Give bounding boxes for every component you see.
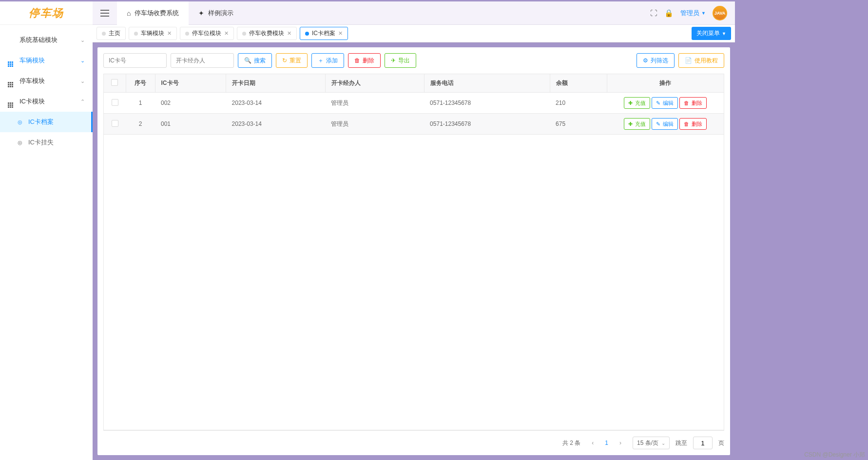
- row-checkbox[interactable]: [112, 99, 118, 106]
- column-filter-button[interactable]: ⚙ 列筛选: [637, 53, 675, 68]
- lock-button[interactable]: 🔒: [664, 9, 674, 18]
- col-action: 操作: [607, 74, 724, 93]
- close-icon[interactable]: ✕: [224, 30, 229, 37]
- plus-circle-icon: ✚: [628, 121, 633, 127]
- trash-icon: 🗑: [354, 58, 360, 63]
- search-icon: 🔍: [244, 58, 251, 63]
- tab-label: 停车收费模块: [249, 29, 284, 38]
- row-delete-button[interactable]: 🗑 删除: [679, 97, 707, 109]
- watermark: CSDN @Designer 小郑: [804, 451, 865, 459]
- doc-icon: 📄: [685, 58, 692, 63]
- operator-input[interactable]: [171, 53, 234, 68]
- plus-circle-icon: ✚: [628, 100, 633, 106]
- sidebar-item-vehicle[interactable]: 车辆模块 ⌄: [0, 50, 93, 71]
- close-icon[interactable]: ✕: [287, 30, 291, 37]
- col-balance: 余额: [550, 74, 607, 93]
- next-page-button[interactable]: ›: [614, 437, 627, 449]
- tab-home[interactable]: 主页: [96, 27, 126, 40]
- close-icon[interactable]: ✕: [338, 30, 343, 37]
- toolbar-right: ⚙ 列筛选 📄 使用教程: [637, 53, 724, 68]
- tab-label: 车辆模块: [141, 29, 164, 38]
- tab-dot-icon: [102, 32, 106, 36]
- avatar[interactable]: JAVA: [713, 6, 727, 20]
- target-icon: ◎: [18, 119, 24, 125]
- cell-balance: 675: [550, 114, 607, 135]
- pagination: 共 2 条 ‹ 1 › 15 条/页 ⌄ 跳至 页: [103, 431, 724, 449]
- tab-vehicle[interactable]: 车辆模块 ✕: [129, 27, 177, 40]
- checkbox-all[interactable]: [111, 79, 118, 86]
- trash-icon: 🗑: [684, 121, 689, 127]
- col-operator: 开卡经办人: [325, 74, 424, 93]
- delete-button[interactable]: 🗑 删除: [348, 53, 381, 68]
- tab-iccard-archive[interactable]: IC卡档案 ✕: [300, 27, 348, 40]
- check-icon: [8, 37, 15, 43]
- card-no-input[interactable]: [103, 53, 167, 68]
- search-button[interactable]: 🔍 搜索: [238, 53, 272, 68]
- button-label: 使用教程: [694, 58, 718, 63]
- col-checkbox: [104, 74, 126, 93]
- table-wrap: 序号 IC卡号 开卡日期 开卡经办人 服务电话 余额 操作 1 002 2023…: [103, 74, 724, 431]
- send-icon: ✈: [391, 58, 396, 63]
- add-button[interactable]: ＋ 添加: [311, 53, 344, 68]
- table-header-row: 序号 IC卡号 开卡日期 开卡经办人 服务电话 余额 操作: [104, 74, 724, 93]
- header-right: ⛶ 🔒 管理员 ▼ JAVA: [650, 6, 735, 20]
- table-row: 1 002 2023-03-14 管理员 0571-12345678 210 ✚…: [104, 93, 724, 114]
- button-label: 重置: [289, 58, 301, 63]
- recharge-button[interactable]: ✚ 充值: [624, 97, 650, 109]
- page-size-label: 15 条/页: [637, 439, 658, 447]
- prev-page-button[interactable]: ‹: [586, 437, 599, 449]
- close-menu-button[interactable]: 关闭菜单 ▼: [692, 27, 731, 40]
- fullscreen-button[interactable]: ⛶: [650, 9, 657, 17]
- caret-down-icon: ▼: [701, 11, 706, 16]
- export-button[interactable]: ✈ 导出: [385, 53, 416, 68]
- target-icon: ◎: [18, 140, 24, 146]
- data-table: 序号 IC卡号 开卡日期 开卡经办人 服务电话 余额 操作 1 002 2023…: [104, 74, 724, 135]
- sidebar-item-system[interactable]: 系统基础模块 ⌄: [0, 30, 93, 50]
- header-tab-label: 停车场收费系统: [135, 9, 179, 18]
- tab-parkingspot[interactable]: 停车位模块 ✕: [180, 27, 234, 40]
- panel: 🔍 搜索 ↻ 重置 ＋ 添加 🗑 删除: [97, 47, 730, 455]
- submenu-item-iccard-archive[interactable]: ◎ IC卡档案: [0, 112, 93, 132]
- tab-label: 停车位模块: [192, 29, 221, 38]
- trash-icon: 🗑: [684, 100, 689, 106]
- sidebar-item-iccard[interactable]: IC卡模块 ⌃: [0, 91, 93, 112]
- sidebar: 停车场 系统基础模块 ⌄ 车辆模块 ⌄ 停车模块 ⌄ IC卡模块 ⌃: [0, 0, 93, 460]
- user-menu[interactable]: 管理员 ▼: [680, 9, 706, 18]
- col-seq: 序号: [126, 74, 155, 93]
- tutorial-button[interactable]: 📄 使用教程: [678, 53, 724, 68]
- jump-input[interactable]: [693, 437, 713, 449]
- page-size-select[interactable]: 15 条/页 ⌄: [633, 437, 670, 449]
- chevron-down-icon: ⌄: [80, 78, 85, 84]
- row-delete-button[interactable]: 🗑 删除: [679, 118, 707, 130]
- recharge-button[interactable]: ✚ 充值: [624, 118, 650, 130]
- tab-parkingfee[interactable]: 停车收费模块 ✕: [237, 27, 297, 40]
- close-icon[interactable]: ✕: [167, 30, 172, 37]
- submenu-item-iccard-lost[interactable]: ◎ IC卡挂失: [0, 132, 93, 153]
- submenu-item-label: IC卡挂失: [28, 138, 54, 147]
- main: ⌂ 停车场收费系统 ✦ 样例演示 ⛶ 🔒 管理员 ▼ JAVA: [93, 0, 735, 460]
- current-page[interactable]: 1: [605, 440, 608, 446]
- edit-button[interactable]: ✎ 编辑: [652, 118, 678, 130]
- tab-dot-icon: [134, 32, 138, 36]
- menu-toggle-button[interactable]: [93, 1, 117, 25]
- header-tab-demo[interactable]: ✦ 样例演示: [189, 1, 243, 25]
- header-tab-system[interactable]: ⌂ 停车场收费系统: [117, 1, 189, 25]
- button-label: 列筛选: [651, 58, 668, 63]
- chevron-up-icon: ⌃: [80, 99, 85, 105]
- table-row: 2 001 2023-03-14 管理员 0571-12345678 675 ✚…: [104, 114, 724, 135]
- edit-icon: ✎: [656, 100, 660, 106]
- total-count: 共 2 条: [562, 439, 580, 447]
- edit-button[interactable]: ✎ 编辑: [652, 97, 678, 109]
- cell-balance: 210: [550, 93, 607, 114]
- sidebar-item-parking[interactable]: 停车模块 ⌄: [0, 71, 93, 91]
- reset-button[interactable]: ↻ 重置: [276, 53, 308, 68]
- cell-operator: 管理员: [325, 114, 424, 135]
- chevron-down-icon: ⌄: [661, 440, 665, 446]
- cell-opendate: 2023-03-14: [226, 93, 326, 114]
- logo-text: 停车场: [29, 6, 64, 20]
- sidebar-item-label: 车辆模块: [19, 56, 45, 65]
- user-label: 管理员: [680, 9, 699, 18]
- table-empty-space: [104, 135, 724, 430]
- chevron-down-icon: ⌄: [80, 58, 85, 64]
- row-checkbox[interactable]: [112, 120, 118, 127]
